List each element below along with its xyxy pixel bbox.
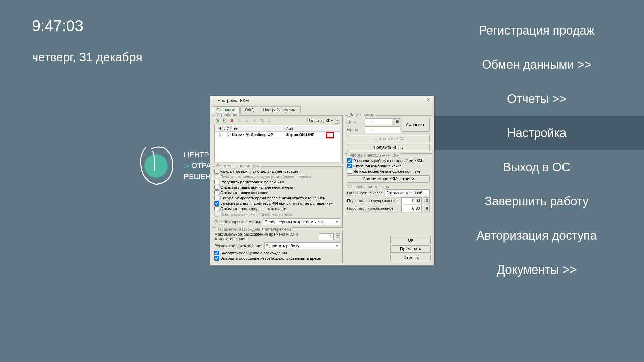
devices-group: Устройства ⊕ ⎘ ✖ ✎ ▲ ▼ ▣ ≡ Регистры ККМ … <box>212 115 343 164</box>
chk-no-change-num[interactable] <box>347 169 352 174</box>
kkm-settings-dialog: ⬨Настройка ККМ ✕ Основные ОФД Настройка … <box>210 96 434 266</box>
chevron-down-icon: ▼ <box>335 220 339 224</box>
map-sections-button[interactable]: Соответствие ККМ секциям <box>347 175 430 183</box>
warn-input[interactable] <box>401 197 422 204</box>
chk-print-template <box>214 174 219 179</box>
devices-toolbar: ⊕ ⎘ ✖ ✎ ▲ ▼ ▣ ≡ Регистры ККМ ▾ <box>214 118 340 124</box>
datetime-group: Дата и время Дата:▦ Время: Установить По… <box>345 115 432 154</box>
chk-each-pos[interactable] <box>214 169 219 174</box>
chevron-down-icon: ▼ <box>335 244 339 248</box>
calc-icon[interactable]: ▦ <box>424 197 430 204</box>
edit-icon: ✎ <box>236 118 243 124</box>
tool-icon: ▣ <box>259 118 265 124</box>
menu-exchange[interactable]: Обмен данными >> <box>429 48 644 82</box>
desktop-clock: 9:47:03 <box>32 17 83 35</box>
cash-label: Наличность в кассе <box>347 191 383 195</box>
cancel-button[interactable]: Отмена <box>390 254 431 261</box>
warn-label: Порог нал. предупреждение: <box>347 199 399 203</box>
date-input[interactable] <box>365 118 392 125</box>
sysparams-title: Системные параметры <box>215 164 261 168</box>
chk-msg-diff[interactable] <box>214 251 219 255</box>
devices-table[interactable]: N ЛУ Тип Имя 1 1 Штрих-М: Драйвер ФР Штр… <box>214 125 340 162</box>
menu-sales[interactable]: Регистрация продаж <box>429 13 644 48</box>
max-diff-label: Максимальное расхождение времени ККМ и к… <box>214 232 317 241</box>
timediff-group: Параметры расхождения даты/времени Макси… <box>212 230 343 263</box>
chk-allow-multi[interactable] <box>347 158 352 163</box>
chk-drawer-section[interactable] <box>214 190 219 195</box>
time-input[interactable] <box>365 126 400 133</box>
open-mode-combo[interactable]: Перед первым закрытием чека▼ <box>263 218 340 225</box>
menu-settings[interactable]: Настройка <box>429 116 644 150</box>
close-icon[interactable]: ✕ <box>425 97 431 103</box>
alert-group: Оповещение кассира Наличность в кассе За… <box>345 187 432 214</box>
react-label: Реакция на расхождение: <box>214 244 262 248</box>
max-label: Порог нал. максимальное: <box>347 206 399 210</box>
max-input[interactable] <box>401 205 422 212</box>
chk-split-sections[interactable] <box>214 180 219 184</box>
chk-fd-number <box>214 212 219 217</box>
down-icon: ▼ <box>251 118 257 124</box>
menu-reports[interactable]: Отчеты >> <box>429 82 644 116</box>
registers-label: Регистры ККМ <box>307 118 334 123</box>
sysparams-group: Системные параметры Каждая позиция как о… <box>212 166 343 228</box>
devices-title: Устройства <box>215 113 239 117</box>
get-pc-button[interactable]: Получить из ПК <box>347 144 430 151</box>
chk-msg-cant-set[interactable] <box>214 256 219 261</box>
dialog-title-text: Настройка ККМ <box>217 98 249 103</box>
spinner-icon[interactable]: ▲▼ <box>336 233 340 240</box>
menu-auth[interactable]: Авторизация доступа <box>429 219 644 253</box>
open-mode-label: Способ открытия смены: <box>214 220 261 224</box>
desktop-date: четверг, 31 декабря <box>32 50 142 64</box>
registers-dropdown[interactable]: ▾ <box>335 118 340 124</box>
main-menu: Регистрация продаж Обмен данными >> Отче… <box>429 13 644 287</box>
cash-combo[interactable]: Закрытие кассовой ... <box>385 189 430 196</box>
menu-documents[interactable]: Документы >> <box>429 253 644 287</box>
chk-sync-time[interactable] <box>214 196 219 200</box>
react-combo[interactable]: Запретить работу▼ <box>264 242 340 249</box>
tab-shift[interactable]: Настройка смены <box>259 106 301 113</box>
apply-button[interactable]: Применить <box>390 245 431 253</box>
up-icon: ▲ <box>244 118 250 124</box>
chk-write-fn[interactable] <box>214 201 219 206</box>
table-row[interactable]: 1 1 Штрих-М: Драйвер ФР Штрих-ON-LINE … <box>215 132 340 139</box>
multi-title: Работа с несколькими ККМ <box>348 153 401 158</box>
time-label: Время: <box>347 127 363 132</box>
dialog-buttons: ОК Применить Отмена <box>345 237 432 263</box>
chk-through-num[interactable] <box>347 164 352 168</box>
chk-drawer-start[interactable] <box>214 185 219 190</box>
set-button[interactable]: Установить <box>402 118 430 132</box>
arrow-icon: > <box>184 161 189 171</box>
list-icon: ≡ <box>266 118 272 124</box>
ok-button[interactable]: ОК <box>390 237 431 244</box>
dialog-titlebar[interactable]: ⬨Настройка ККМ ✕ <box>210 96 434 105</box>
add-icon[interactable]: ⊕ <box>214 118 220 124</box>
get-kkm-button[interactable]: Получить из ККМ <box>347 135 430 142</box>
delete-icon[interactable]: ✖ <box>229 118 235 124</box>
menu-shutdown[interactable]: Завершить работу <box>429 184 644 219</box>
timediff-title: Параметры расхождения даты/времени <box>215 227 292 232</box>
row-ellipsis-button[interactable]: … <box>326 132 334 138</box>
max-diff-input[interactable] <box>319 233 334 240</box>
tabs: Основные ОФД Настройка смены <box>210 105 434 113</box>
copy-icon[interactable]: ⎘ <box>222 118 228 124</box>
calc-icon[interactable]: ▦ <box>424 205 430 212</box>
menu-exit-os[interactable]: Выход в ОС <box>429 150 644 184</box>
datetime-title: Дата и время <box>348 113 375 117</box>
date-label: Дата: <box>347 119 363 124</box>
app-icon: ⬨ <box>213 98 215 103</box>
table-header: N ЛУ Тип Имя <box>215 125 340 132</box>
calendar-icon[interactable]: ▦ <box>394 118 400 125</box>
alert-title: Оповещение кассира <box>348 184 390 189</box>
chk-open-before-header[interactable] <box>214 206 219 211</box>
tab-ofd[interactable]: ОФД <box>240 106 258 113</box>
tab-main[interactable]: Основные <box>212 106 240 113</box>
logo-mark <box>134 144 178 188</box>
multi-kkm-group: Работа с несколькими ККМ Разрешить работ… <box>345 156 432 185</box>
